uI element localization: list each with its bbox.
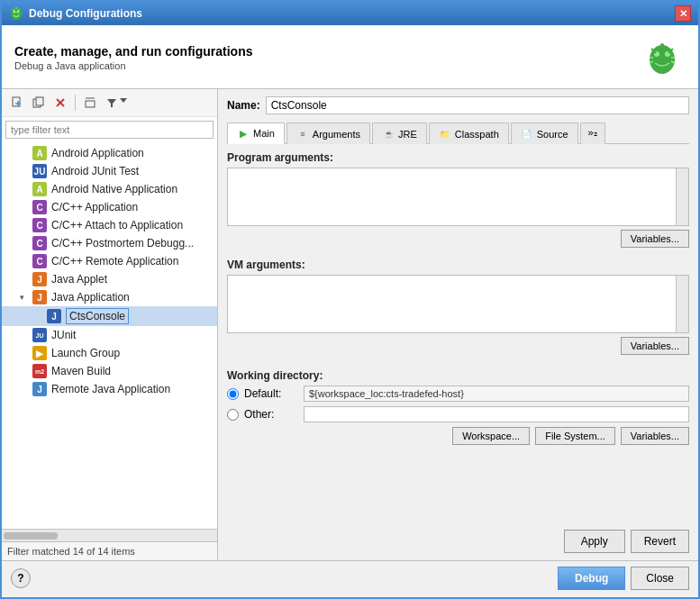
jre-tab-icon: ☕: [382, 128, 395, 141]
tab-arguments[interactable]: ≡ Arguments: [286, 123, 370, 144]
tree-item-cpp-attach[interactable]: C C/C++ Attach to Application: [2, 216, 217, 234]
default-value-input[interactable]: [304, 386, 689, 402]
program-args-scrollbar: [676, 168, 688, 225]
tree-item-label: Java Applet: [51, 273, 107, 286]
program-args-label: Program arguments:: [227, 151, 689, 164]
delete-config-button[interactable]: [50, 93, 70, 113]
duplicate-config-button[interactable]: [29, 93, 49, 113]
tree-item-label: Android Native Application: [51, 183, 177, 195]
tab-classpath-label: Classpath: [455, 129, 499, 140]
title-bar-left: Debug Configurations: [9, 6, 142, 21]
tree-item-cpp-remote[interactable]: C C/C++ Remote Application: [2, 252, 217, 270]
working-dir-buttons: Workspace... File System... Variables...: [227, 427, 689, 445]
vm-args-variables-button[interactable]: Variables...: [621, 337, 689, 355]
workspace-button[interactable]: Workspace...: [452, 427, 530, 445]
android-app-icon: A: [32, 146, 47, 160]
tree-item-cts-console[interactable]: J CtsConsole: [2, 306, 217, 326]
tree-item-label: Java Application: [51, 291, 130, 304]
android-native-icon: A: [32, 182, 47, 196]
tree-item-label: C/C++ Postmortem Debugg...: [51, 237, 194, 250]
junit-icon: JU: [32, 328, 47, 342]
toolbar-separator: [75, 95, 76, 111]
debug-icon: [9, 6, 23, 21]
name-row: Name:: [227, 96, 689, 114]
tree-item-label: Android JUnit Test: [51, 165, 139, 177]
program-args-variables-button[interactable]: Variables...: [621, 230, 689, 248]
cpp-app-icon: C: [32, 200, 47, 214]
launch-group-icon: ▶: [32, 346, 47, 360]
new-config-button[interactable]: [7, 93, 27, 113]
vm-args-section: VM arguments: Variables...: [227, 259, 689, 360]
header-subtitle: Debug a Java application: [14, 60, 253, 71]
tab-overflow[interactable]: »₂: [580, 123, 605, 144]
revert-button[interactable]: Revert: [631, 530, 689, 553]
name-input[interactable]: [266, 96, 689, 114]
remote-java-icon: J: [32, 382, 47, 396]
toolbar: [2, 89, 217, 117]
cts-console-icon: J: [47, 309, 61, 323]
tree-item-android-junit[interactable]: JU Android JUnit Test: [2, 162, 217, 180]
tree-item-junit[interactable]: JU JUnit: [2, 326, 217, 344]
other-radio-label: Other:: [244, 408, 298, 421]
collapse-button[interactable]: [80, 93, 100, 113]
vm-args-box[interactable]: [227, 275, 689, 333]
title-bar: Debug Configurations ✕: [2, 2, 698, 25]
default-radio[interactable]: [227, 388, 239, 400]
cpp-postmortem-icon: C: [32, 236, 47, 250]
tab-jre[interactable]: ☕ JRE: [372, 123, 427, 144]
svg-rect-17: [13, 97, 20, 106]
tree-item-java-app[interactable]: ▾ J Java Application: [2, 288, 217, 306]
footer-left: ?: [11, 568, 31, 588]
other-radio[interactable]: [227, 409, 239, 421]
tree-item-label: Remote Java Application: [51, 383, 170, 395]
tab-main[interactable]: ▶ Main: [227, 123, 285, 144]
tree-item-android-app[interactable]: A Android Application: [2, 144, 217, 162]
tree-item-label: Maven Build: [51, 365, 111, 377]
svg-rect-24: [86, 101, 95, 107]
working-dir-section: Working directory: Default: Other: Works…: [227, 369, 689, 445]
tab-source[interactable]: 📄 Source: [511, 123, 578, 144]
expand-arrow-java: ▾: [20, 293, 31, 302]
svg-marker-27: [120, 98, 127, 103]
tab-main-label: Main: [253, 128, 275, 139]
tree-item-android-native[interactable]: A Android Native Application: [2, 180, 217, 198]
tree-item-launch-group[interactable]: ▶ Launch Group: [2, 344, 217, 362]
file-system-button[interactable]: File System...: [535, 427, 615, 445]
right-panel: Name: ▶ Main ≡ Arguments ☕ JRE 📁: [218, 89, 698, 560]
tree-item-cpp-postmortem[interactable]: C C/C++ Postmortem Debugg...: [2, 234, 217, 252]
other-value-input[interactable]: [304, 406, 689, 422]
dialog-body: A Android Application JU Android JUnit T…: [2, 89, 698, 560]
debug-button[interactable]: Debug: [558, 567, 625, 590]
header-text: Create, manage, and run configurations D…: [14, 44, 253, 71]
title-bar-title: Debug Configurations: [29, 7, 142, 20]
tab-classpath[interactable]: 📁 Classpath: [429, 123, 509, 144]
android-junit-icon: JU: [32, 164, 47, 178]
program-args-box[interactable]: [227, 168, 689, 226]
dialog-header: Create, manage, and run configurations D…: [2, 25, 698, 89]
cpp-attach-icon: C: [32, 218, 47, 232]
cpp-remote-icon: C: [32, 254, 47, 268]
apply-button[interactable]: Apply: [564, 530, 625, 553]
tree-item-label: C/C++ Remote Application: [51, 255, 178, 268]
svg-rect-21: [36, 97, 43, 105]
source-tab-icon: 📄: [521, 128, 533, 141]
tree-item-label: Android Application: [51, 147, 144, 159]
java-app-icon: J: [32, 290, 47, 304]
filter-dropdown-button[interactable]: [102, 93, 122, 113]
tree-item-cpp-app[interactable]: C C/C++ Application: [2, 198, 217, 216]
header-title: Create, manage, and run configurations: [14, 44, 253, 59]
close-button[interactable]: Close: [631, 567, 689, 590]
svg-point-12: [660, 43, 664, 47]
wd-variables-button[interactable]: Variables...: [621, 427, 689, 445]
horizontal-scrollbar[interactable]: [2, 529, 217, 541]
tree-item-java-applet[interactable]: J Java Applet: [2, 270, 217, 288]
filter-input[interactable]: [5, 121, 214, 139]
tree-item-remote-java[interactable]: J Remote Java Application: [2, 380, 217, 398]
help-button[interactable]: ?: [11, 568, 31, 588]
close-window-button[interactable]: ✕: [675, 5, 691, 22]
tree-item-label: C/C++ Attach to Application: [51, 219, 183, 231]
java-applet-icon: J: [32, 272, 47, 286]
svg-marker-26: [107, 99, 116, 107]
tab-jre-label: JRE: [398, 129, 417, 140]
tree-item-maven-build[interactable]: m2 Maven Build: [2, 362, 217, 380]
